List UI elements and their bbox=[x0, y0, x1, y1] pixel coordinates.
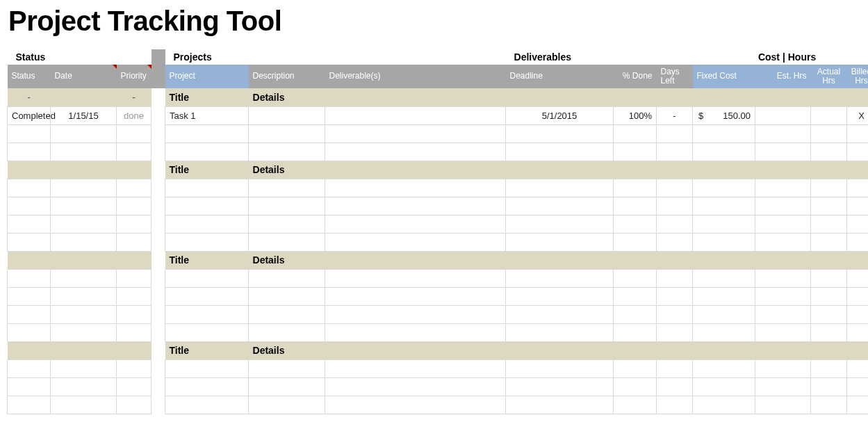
cell-pct-done[interactable]: 100% bbox=[614, 106, 657, 124]
col-priority[interactable]: Priority bbox=[117, 65, 152, 88]
table-row[interactable] bbox=[8, 124, 869, 143]
table-row[interactable] bbox=[8, 287, 869, 305]
table-row[interactable] bbox=[8, 305, 869, 323]
cell-days-left[interactable]: - bbox=[657, 106, 693, 124]
table-row[interactable]: Completed 1/15/15 done Task 1 5/1/2015 1… bbox=[8, 106, 869, 124]
section-title-row: Title Details bbox=[8, 251, 869, 269]
col-project[interactable]: Project bbox=[165, 65, 249, 88]
table-row[interactable] bbox=[8, 197, 869, 215]
section-title-row: Title Details bbox=[8, 161, 869, 179]
table-row[interactable] bbox=[8, 359, 869, 377]
col-deadline[interactable]: Deadline bbox=[506, 65, 614, 88]
table-row[interactable] bbox=[8, 215, 869, 233]
col-actual-hrs[interactable]: Actual Hrs bbox=[811, 65, 847, 88]
cell-priority[interactable]: done bbox=[117, 106, 152, 124]
table-row[interactable] bbox=[8, 179, 869, 197]
group-header-row: Status Projects Deliverables Cost | Hour… bbox=[8, 49, 869, 65]
section-details-label[interactable]: Details bbox=[249, 88, 868, 106]
page-title: Project Tracking Tool bbox=[8, 6, 861, 37]
cell-status[interactable]: Completed bbox=[8, 106, 51, 124]
cell-project[interactable]: Task 1 bbox=[165, 106, 249, 124]
cell-actual-hrs[interactable] bbox=[811, 106, 847, 124]
group-deliverables: Deliverables bbox=[506, 49, 693, 65]
group-projects: Projects bbox=[165, 49, 506, 65]
cell-description[interactable] bbox=[249, 106, 325, 124]
cell-billed-hrs[interactable]: X bbox=[847, 106, 868, 124]
col-est-hrs[interactable]: Est. Hrs bbox=[755, 65, 811, 88]
group-status: Status bbox=[8, 49, 152, 65]
tracking-table: Status Projects Deliverables Cost | Hour… bbox=[7, 49, 868, 414]
cell-fixed-cost[interactable]: $ 150.00 bbox=[693, 106, 755, 124]
table-row[interactable] bbox=[8, 396, 869, 414]
cell-deliverable[interactable] bbox=[325, 106, 506, 124]
col-pct-done[interactable]: % Done bbox=[614, 65, 657, 88]
group-cost-hours: Cost | Hours bbox=[693, 49, 868, 65]
table-row[interactable] bbox=[8, 323, 869, 341]
cell-est-hrs[interactable] bbox=[755, 106, 811, 124]
table-row[interactable] bbox=[8, 377, 869, 396]
table-row[interactable] bbox=[8, 269, 869, 287]
table-row[interactable] bbox=[8, 143, 869, 161]
col-date[interactable]: Date bbox=[51, 65, 117, 88]
col-fixed-cost[interactable]: Fixed Cost bbox=[693, 65, 755, 88]
col-status[interactable]: Status bbox=[8, 65, 51, 88]
column-header-row: Status Date Priority Project Description… bbox=[8, 65, 869, 88]
cell-deadline[interactable]: 5/1/2015 bbox=[506, 106, 614, 124]
col-description[interactable]: Description bbox=[249, 65, 325, 88]
section-title-label[interactable]: Title bbox=[165, 88, 249, 106]
col-days-left[interactable]: Days Left bbox=[657, 65, 693, 88]
section-title-row: - - Title Details bbox=[8, 88, 869, 106]
section-title-row: Title Details bbox=[8, 341, 869, 359]
table-row[interactable] bbox=[8, 233, 869, 251]
col-deliverable[interactable]: Deliverable(s) bbox=[325, 65, 506, 88]
col-billed-hrs[interactable]: Billed Hrs bbox=[847, 65, 868, 88]
cell-date[interactable]: 1/15/15 bbox=[51, 106, 117, 124]
